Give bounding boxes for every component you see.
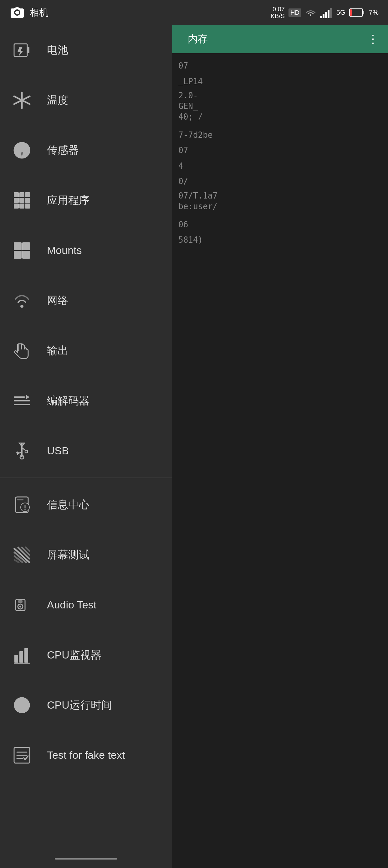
menu-item-codec[interactable]: 编解码器: [0, 376, 172, 426]
content-line-6: 4: [179, 160, 382, 173]
svg-rect-18: [14, 192, 19, 197]
menu-item-cpu-monitor[interactable]: CPU监视器: [0, 630, 172, 680]
svg-line-55: [26, 547, 29, 551]
svg-rect-30: [22, 251, 30, 259]
menu-item-usb[interactable]: USB: [0, 426, 172, 476]
svg-rect-20: [25, 192, 30, 197]
output-label: 输出: [47, 343, 68, 358]
svg-rect-24: [14, 204, 19, 209]
svg-rect-27: [14, 242, 22, 250]
svg-rect-1: [323, 14, 324, 18]
svg-rect-21: [14, 198, 19, 203]
apps-grid-icon: [9, 188, 34, 213]
info-center-label: 信息中心: [47, 498, 90, 512]
wifi-icon: [9, 288, 34, 313]
signal-icon: [320, 7, 333, 18]
svg-rect-4: [330, 8, 332, 18]
data-speed: 0.07KB/S: [270, 6, 285, 20]
audio-test-label: Audio Test: [47, 599, 96, 611]
temperature-label: 温度: [47, 93, 68, 107]
menu-item-mounts[interactable]: Mounts: [0, 225, 172, 276]
cpu-monitor-label: CPU监视器: [47, 648, 101, 662]
sensor-label: 传感器: [47, 143, 79, 157]
svg-marker-33: [26, 395, 29, 400]
wifi-status-icon: [305, 7, 316, 18]
menu-item-screen-test[interactable]: 屏幕测试: [0, 530, 172, 580]
clock-icon: [9, 693, 34, 718]
svg-rect-0: [320, 16, 322, 18]
svg-rect-29: [14, 251, 22, 259]
content-line-9: 06: [179, 218, 382, 231]
menu-item-temperature[interactable]: 温度: [0, 75, 172, 125]
content-line-4: 7-7d2be: [179, 129, 382, 142]
content-body: 07 _LP14 2.0-GEN_40; / 7-7d2be 07 4 0/ 0…: [172, 53, 388, 255]
battery-percent: 7%: [368, 8, 379, 17]
svg-rect-3: [328, 10, 329, 18]
menu-item-sensor[interactable]: 传感器: [0, 125, 172, 175]
screen-test-icon: [9, 542, 34, 567]
codec-icon: [9, 388, 34, 413]
content-area: 内存 ⋮ 07 _LP14 2.0-GEN_40; / 7-7d2be 07 4…: [172, 25, 388, 868]
overflow-menu-icon[interactable]: ⋮: [367, 33, 379, 46]
menu-item-battery[interactable]: 电池: [0, 25, 172, 75]
svg-point-67: [21, 704, 23, 706]
5g-label: 5G: [336, 8, 346, 17]
menu-item-cpu-uptime[interactable]: CPU运行时间: [0, 680, 172, 730]
svg-line-52: [14, 560, 19, 562]
fake-text-label: Test for fake text: [47, 749, 125, 761]
svg-rect-39: [25, 450, 28, 453]
content-line-1: 07: [179, 60, 382, 73]
compass-icon: [9, 138, 34, 163]
svg-rect-62: [24, 648, 28, 662]
audio-icon: [9, 592, 34, 618]
svg-rect-19: [20, 192, 24, 197]
content-line-3: 2.0-GEN_40; /: [179, 91, 382, 122]
app-title: 相机: [30, 6, 48, 19]
usb-label: USB: [47, 445, 69, 457]
svg-point-13: [20, 99, 24, 102]
svg-line-54: [22, 547, 29, 555]
codec-label: 编解码器: [47, 394, 90, 408]
svg-rect-23: [25, 198, 30, 203]
svg-rect-2: [325, 12, 327, 18]
nav-bar: [0, 849, 172, 868]
svg-point-48: [24, 508, 26, 510]
svg-rect-59: [18, 600, 23, 603]
menu-divider: [0, 477, 172, 478]
status-left: 相机: [9, 5, 48, 20]
status-right: 0.07KB/S HD 5G 7%: [270, 6, 379, 20]
mounts-label: Mounts: [47, 244, 82, 256]
svg-rect-6: [363, 11, 364, 14]
apps-label: 应用程序: [47, 193, 90, 208]
info-icon: [9, 492, 34, 517]
svg-point-15: [21, 149, 23, 152]
content-line-2: _LP14: [179, 75, 382, 88]
touch-icon: [9, 338, 34, 363]
content-line-8: 07/T.1a7be:user/: [179, 191, 382, 212]
menu-item-output[interactable]: 输出: [0, 326, 172, 376]
screen-test-label: 屏幕测试: [47, 548, 90, 562]
cpu-uptime-label: CPU运行时间: [47, 698, 112, 712]
menu-item-audio-test[interactable]: Audio Test: [0, 580, 172, 630]
battery-status-icon: [349, 8, 365, 17]
svg-rect-22: [20, 198, 24, 203]
svg-rect-28: [22, 242, 30, 250]
svg-rect-60: [14, 655, 18, 662]
menu-item-apps[interactable]: 应用程序: [0, 175, 172, 225]
network-label: 网络: [47, 293, 68, 308]
content-line-7: 0/: [179, 175, 382, 188]
main-container: 电池 温度: [0, 25, 388, 868]
svg-rect-7: [350, 9, 352, 16]
asterisk-icon: [9, 88, 34, 113]
menu-item-info-center[interactable]: 信息中心: [0, 480, 172, 530]
navigation-drawer[interactable]: 电池 温度: [0, 25, 172, 868]
nav-indicator: [55, 858, 117, 860]
battery-label: 电池: [47, 43, 68, 57]
svg-rect-26: [25, 204, 30, 209]
menu-item-network[interactable]: 网络: [0, 276, 172, 326]
usb-icon: [9, 438, 34, 463]
bar-chart-icon: [9, 643, 34, 668]
menu-item-fake-text[interactable]: Test for fake text: [0, 730, 172, 780]
camera-icon: [9, 5, 25, 20]
content-line-10: 5814): [179, 234, 382, 247]
